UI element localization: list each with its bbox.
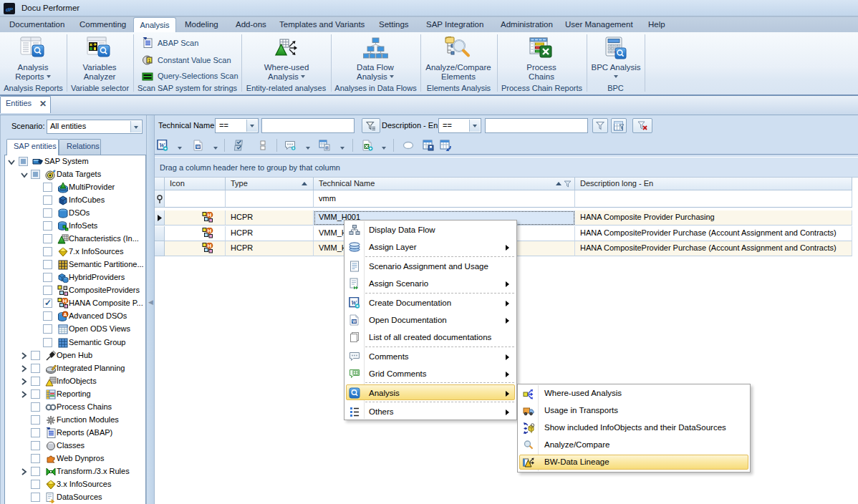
svg-text:W: W	[352, 319, 357, 324]
svg-text:A: A	[63, 312, 67, 317]
svg-text:H: H	[208, 228, 212, 234]
svg-text:H: H	[208, 212, 212, 218]
svg-text:W: W	[196, 145, 201, 149]
svg-text:dP: dP	[6, 6, 14, 13]
svg-text:H: H	[63, 298, 67, 304]
svg-text:H: H	[208, 243, 212, 249]
svg-text:1: 1	[148, 58, 151, 63]
svg-text:W: W	[326, 147, 329, 150]
